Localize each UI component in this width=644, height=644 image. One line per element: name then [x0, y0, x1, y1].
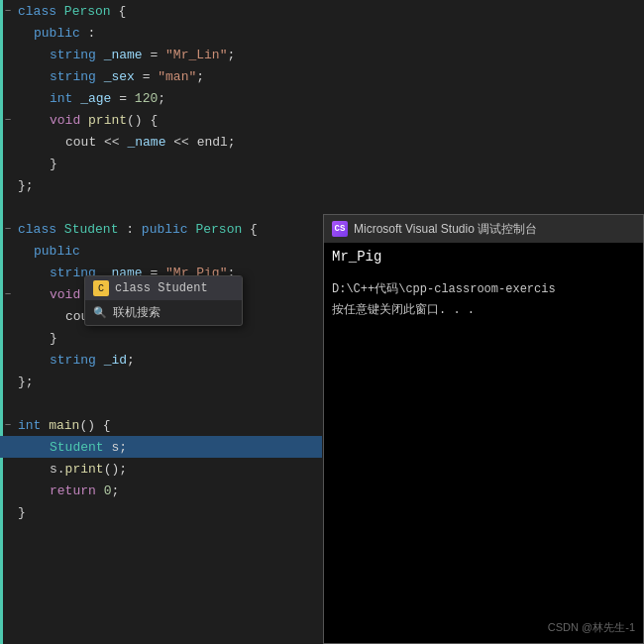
token-var: _age [80, 91, 111, 106]
console-path: D:\C++代码\cpp-classroom-exercis [332, 280, 635, 297]
token-kw: int [50, 91, 72, 106]
code-line: −void print() { [0, 109, 322, 131]
code-line: cout << _name << endl; [0, 131, 322, 153]
console-titlebar: CS Microsoft Visual Studio 调试控制台 [324, 215, 643, 243]
token-plain [96, 48, 104, 62]
token-plain: () { [79, 418, 110, 433]
code-line: return 0; [0, 480, 322, 501]
token-plain [41, 418, 49, 433]
token-plain: << endl; [165, 135, 235, 150]
token-plain: () { [127, 113, 158, 128]
code-line: } [0, 501, 322, 523]
token-var: _name [127, 135, 165, 150]
token-str: "Mr_Lin" [165, 48, 227, 62]
token-plain: ; [158, 91, 165, 106]
search-icon: 🔍 [93, 306, 107, 319]
token-kw: public [34, 26, 80, 41]
code-line: int _age = 120; [0, 87, 322, 109]
token-plain: } [18, 505, 26, 520]
code-line: public : [0, 22, 322, 44]
token-var: _sex [104, 69, 135, 84]
code-line: string _id; [0, 349, 322, 371]
token-plain: { [111, 4, 127, 19]
token-plain [96, 353, 104, 368]
code-line: } [0, 153, 322, 174]
context-menu-title: class Student [115, 281, 208, 295]
console-title: Microsoft Visual Studio 调试控制台 [354, 221, 537, 238]
token-plain [96, 69, 104, 84]
token-plain: ; [127, 353, 135, 368]
token-plain [56, 222, 64, 237]
token-plain: } [50, 157, 57, 171]
token-kw2: void [50, 113, 80, 128]
token-plain [188, 222, 196, 237]
token-plain: s; [104, 440, 127, 455]
token-plain [80, 113, 88, 128]
token-plain [56, 4, 64, 19]
token-plain: : [80, 26, 96, 41]
token-class-name: Person [195, 222, 242, 237]
token-class-name: Student [64, 222, 119, 237]
context-menu-search-item[interactable]: 🔍 联机搜索 [85, 300, 242, 325]
token-kw: class [18, 4, 56, 19]
token-plain: } [50, 331, 57, 346]
token-plain: = [135, 69, 158, 84]
code-line [0, 392, 322, 414]
token-class-name: Student [50, 440, 104, 455]
token-class-name: Person [64, 4, 111, 19]
token-plain: : [118, 222, 141, 237]
vs-logo: CS [332, 221, 348, 237]
token-plain: = [111, 91, 134, 106]
token-kw: public [142, 222, 188, 237]
context-class-icon: C [93, 280, 109, 296]
token-kw: string [50, 353, 96, 368]
token-kw: class [18, 222, 56, 237]
token-plain: (); [104, 462, 127, 477]
console-body: Mr_Pig D:\C++代码\cpp-classroom-exercis 按任… [324, 243, 643, 324]
token-fn: main [49, 418, 79, 433]
code-line: −class Person { [0, 0, 322, 22]
code-line: public [0, 240, 322, 262]
token-fn: print [88, 113, 127, 128]
token-str: "man" [158, 69, 196, 84]
code-line: }; [0, 371, 322, 392]
line-collapse-btn[interactable]: − [0, 419, 18, 431]
line-collapse-btn[interactable]: − [0, 223, 18, 235]
token-plain: = [143, 48, 165, 62]
line-collapse-btn[interactable]: − [0, 288, 18, 300]
context-menu-search-label: 联机搜索 [113, 304, 161, 321]
token-plain: { [242, 222, 258, 237]
token-kw2: return [50, 483, 96, 498]
code-line: }; [0, 174, 322, 196]
token-num: 0 [104, 483, 112, 498]
token-fn: print [65, 462, 104, 477]
code-line: −class Student : public Person { [0, 218, 322, 240]
token-plain: }; [18, 178, 34, 193]
code-lines: −class Person {public :string _name = "M… [0, 0, 322, 523]
token-plain [96, 483, 104, 498]
context-menu[interactable]: C class Student 🔍 联机搜索 [84, 275, 243, 326]
token-plain: cout << [65, 135, 127, 150]
token-num: 120 [135, 91, 158, 106]
code-line: string _sex = "man"; [0, 65, 322, 87]
console-watermark: CSDN @林先生-1 [548, 620, 635, 635]
token-kw: string [50, 69, 96, 84]
token-kw2: void [50, 287, 80, 302]
line-collapse-btn[interactable]: − [0, 5, 18, 17]
token-var: _name [104, 48, 143, 62]
line-collapse-btn[interactable]: − [0, 114, 18, 126]
context-menu-header: C class Student [85, 276, 242, 300]
token-plain: ; [227, 48, 235, 62]
token-plain: ; [111, 483, 119, 498]
token-kw: string [50, 48, 96, 62]
token-plain: ; [196, 69, 204, 84]
code-line: s.print(); [0, 458, 322, 480]
token-plain: }; [18, 375, 34, 389]
token-kw: public [34, 244, 80, 259]
console-output-line: Mr_Pig [332, 249, 635, 265]
code-line: } [0, 327, 322, 349]
debug-console-panel: CS Microsoft Visual Studio 调试控制台 Mr_Pig … [323, 214, 644, 644]
code-line [0, 196, 322, 218]
token-var: _id [104, 353, 127, 368]
token-kw: int [18, 418, 41, 433]
